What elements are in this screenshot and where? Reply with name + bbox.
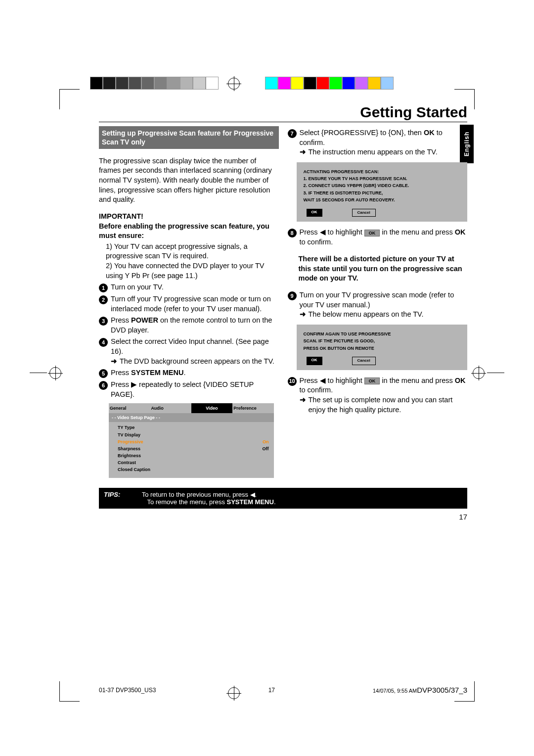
step-text: Press ▶ repeatedly to select {VIDEO SETU…: [111, 380, 279, 399]
page-number: 17: [99, 513, 467, 521]
menu-row: Contrast: [118, 459, 269, 466]
arrow-right-icon: ➜: [300, 147, 307, 157]
dialog-ok-button: OK: [307, 209, 322, 217]
trim-line: [487, 373, 504, 373]
intro-text: The progressive scan display twice the n…: [99, 156, 279, 205]
important-label: IMPORTANT!: [99, 212, 143, 220]
step-text: Select the correct Video Input channel. …: [111, 337, 279, 366]
trim-line: [30, 373, 47, 373]
menu-tab: Preference: [232, 403, 273, 413]
step-text: Turn on your TV progressive scan mode (r…: [300, 290, 468, 320]
dialog-ok-button: OK: [307, 357, 322, 365]
menu-subtitle: - - Video Setup Page - -: [109, 413, 274, 422]
color-bar-right: [265, 77, 394, 90]
arrow-right-icon: ➜: [300, 395, 307, 415]
dialog-line: SCAN. IF THE PICTURE IS GOOD,: [304, 337, 461, 344]
warning-text: There will be a distorted picture on you…: [299, 255, 462, 282]
arrow-right-icon: ➜: [300, 310, 307, 320]
step-number-icon: 3: [99, 317, 108, 326]
left-column: Setting up Progressive Scan feature for …: [99, 126, 279, 478]
tips-line: To return to the previous menu, press ◀.: [142, 491, 257, 498]
ok-badge-icon: OK: [364, 230, 380, 236]
step-text: Press ◀ to highlight OK in the menu and …: [300, 228, 468, 247]
menu-row: SharpnessOff: [118, 445, 269, 452]
crop-mark: [59, 681, 80, 702]
dialog-line: 3. IF THERE IS DISTORTED PICTURE,: [304, 189, 461, 196]
step-text: Select {PROGRESSIVE} to {ON}, then OK to…: [300, 128, 468, 157]
dialog-line: WAIT 15 SECONDS FOR AUTO RECOVERY.: [304, 196, 461, 203]
footer-page: 17: [268, 687, 275, 694]
menu-tab: General: [109, 403, 150, 413]
step-number-icon: 1: [99, 284, 108, 292]
menu-row: Closed Caption: [118, 466, 269, 473]
menu-tab-active: Video: [191, 403, 232, 413]
color-bar-left: [90, 77, 219, 90]
ensure-item: 2) You have connected the DVD player to …: [106, 261, 279, 281]
section-heading: Setting up Progressive Scan feature for …: [99, 126, 279, 149]
tips-label: TIPS:: [104, 491, 120, 498]
step-text: Press SYSTEM MENU.: [111, 368, 279, 378]
step-number-icon: 9: [288, 291, 297, 300]
dialog-line: 2. CONNECT USING YPBPR (GBR) VIDEO CABLE…: [304, 182, 461, 189]
step-text: Turn off your TV progressive scan mode o…: [111, 294, 279, 314]
ensure-item: 1) Your TV can accept progressive signal…: [106, 242, 279, 261]
tips-bar: TIPS: To return to the previous menu, pr…: [99, 488, 467, 509]
tips-line: To remove the menu, press SYSTEM MENU.: [147, 498, 275, 506]
dialog-line: CONFIRM AGAIN TO USE PROGRESSIVE: [304, 331, 461, 337]
registration-mark-icon: [473, 367, 485, 379]
dialog-cancel-button: Cancel: [352, 209, 376, 217]
step-text: Turn on your TV.: [111, 283, 279, 292]
arrow-right-icon: ➜: [111, 357, 118, 367]
step-number-icon: 8: [288, 229, 297, 237]
step-number-icon: 5: [99, 369, 108, 378]
registration-mark-icon: [228, 78, 240, 90]
menu-row: TY Type: [118, 424, 269, 431]
video-setup-menu: General Audio Video Preference - - Video…: [109, 403, 274, 478]
footer-right: 14/07/05, 9:55 AMDVP3005/37_3: [373, 686, 467, 694]
right-column: 7 Select {PROGRESSIVE} to {ON}, then OK …: [288, 126, 468, 478]
ok-badge-icon: OK: [364, 378, 380, 384]
page-title: Getting Started: [99, 104, 467, 122]
menu-row: TV Display: [118, 431, 269, 438]
step-number-icon: 10: [288, 377, 297, 386]
menu-row-highlighted: ProgressiveOn: [118, 438, 269, 445]
dialog-line: PRESS OK BUTTON ON REMOTE: [304, 345, 461, 352]
important-subtitle: Before enabling the progressive scan fea…: [99, 222, 269, 240]
menu-tab: Audio: [150, 403, 191, 413]
footer-file: 01-37 DVP3500_US3: [99, 687, 156, 694]
progressive-dialog: ACTIVATING PROGRESSIVE SCAN: 1. ENSURE Y…: [297, 162, 468, 222]
step-number-icon: 6: [99, 381, 108, 390]
dialog-title: ACTIVATING PROGRESSIVE SCAN:: [304, 168, 461, 175]
print-footer: 01-37 DVP3500_US3 17 14/07/05, 9:55 AMDV…: [99, 686, 467, 694]
menu-row: Brightness: [118, 452, 269, 459]
dialog-line: 1. ENSURE YOUR TV HAS PROGRESSIVE SCAN.: [304, 175, 461, 182]
step-text: Press POWER on the remote control to tur…: [111, 316, 279, 335]
step-number-icon: 4: [99, 338, 108, 347]
step-number-icon: 7: [288, 129, 297, 138]
dialog-cancel-button: Cancel: [352, 357, 376, 365]
confirm-dialog: CONFIRM AGAIN TO USE PROGRESSIVE SCAN. I…: [297, 325, 468, 370]
registration-mark-icon: [49, 367, 61, 379]
step-number-icon: 2: [99, 295, 108, 304]
step-text: Press ◀ to highlight OK in the menu and …: [300, 376, 468, 415]
crop-mark: [59, 89, 80, 109]
